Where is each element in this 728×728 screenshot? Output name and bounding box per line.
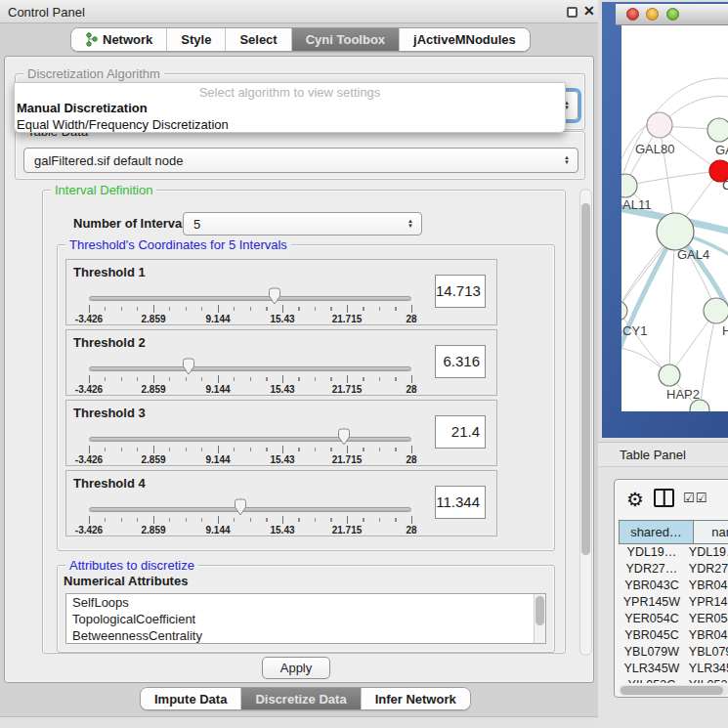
slider-track[interactable]: [89, 507, 411, 512]
slider-tick-label: 9.144: [205, 314, 230, 324]
cell-name[interactable]: YLR345W: [685, 661, 728, 677]
slider-knob[interactable]: [234, 498, 247, 516]
gear-icon[interactable]: ⚙: [626, 488, 644, 511]
dropdown-item[interactable]: Manual Discretization: [15, 100, 565, 116]
table-row[interactable]: YDR27…YDR27…: [619, 561, 728, 578]
slider-track[interactable]: [89, 437, 411, 442]
main-scrollbar[interactable]: [579, 189, 592, 656]
cell-name[interactable]: YBR045C: [685, 627, 728, 644]
minimize-light[interactable]: [646, 8, 659, 21]
threshold-value-field[interactable]: 14.713: [435, 275, 486, 308]
threshold-value-field[interactable]: 21.4: [435, 415, 486, 449]
node-hap2[interactable]: [659, 364, 680, 386]
threshold-panel: Threshold 4 -3.4262.8599.14415.4321.7152…: [65, 470, 497, 536]
interval-definition-group: Interval Definition Number of Intervals …: [42, 190, 566, 654]
algorithm-dropdown-popup: Select algorithm to view settings Manual…: [14, 82, 566, 133]
column-header-name[interactable]: name: [694, 520, 728, 544]
cell-name[interactable]: YDR27…: [685, 561, 728, 578]
cell-shared-name[interactable]: YLR345W: [619, 661, 685, 677]
column-header-shared-name[interactable]: shared…: [619, 520, 694, 544]
tab-style[interactable]: Style: [167, 28, 226, 51]
table-toolbar: ⚙ ☑☑: [615, 480, 728, 519]
threshold-value-field[interactable]: 6.316: [435, 345, 486, 378]
stepper-icon: ▲▼: [564, 155, 570, 165]
cell-shared-name[interactable]: YER054C: [619, 611, 685, 627]
node-top-right[interactable]: [707, 118, 728, 142]
slider-tick-label: -3.426: [75, 525, 103, 535]
slider-knob[interactable]: [337, 428, 351, 446]
table-row[interactable]: YPR145WYPR145W: [619, 594, 728, 611]
slider-tick-label: 2.859: [141, 384, 165, 395]
threshold-value-field[interactable]: 11.344: [435, 486, 486, 519]
node-his[interactable]: [704, 298, 728, 323]
table-horizontal-scrollbar[interactable]: [619, 685, 728, 696]
tab-network[interactable]: Network: [71, 28, 167, 51]
table-data-combobox[interactable]: galFiltered.sif default node ▲▼: [23, 148, 578, 173]
tab-discretize-data[interactable]: Discretize Data: [241, 688, 361, 709]
slider-knob[interactable]: [268, 287, 281, 305]
table-row[interactable]: YLR345WYLR345W: [619, 661, 728, 677]
node-gal11[interactable]: [621, 174, 637, 197]
threshold-label: Threshold 4: [73, 476, 146, 491]
tab-select[interactable]: Select: [226, 28, 291, 51]
network-canvas[interactable]: GAL80GACGAL11GAL4GCY1HHAP2: [621, 25, 728, 411]
table-row[interactable]: YDL19…YDL19…: [619, 544, 728, 561]
node-gal80[interactable]: [647, 112, 672, 138]
cell-name[interactable]: YER054C: [685, 611, 728, 627]
node-gcy1[interactable]: [621, 301, 627, 321]
num-intervals-combobox[interactable]: 5 ▲▼: [183, 212, 422, 236]
cell-name[interactable]: YBL079W: [685, 644, 728, 661]
tab-infer-network[interactable]: Infer Network: [362, 688, 470, 709]
cell-shared-name[interactable]: YPR145W: [619, 594, 685, 611]
float-window-icon[interactable]: [567, 7, 578, 18]
threshold-list: Threshold 1 -3.4262.8599.14415.4321.7152…: [58, 259, 554, 540]
slider-track[interactable]: [89, 296, 411, 301]
scrollbar-thumb[interactable]: [581, 203, 590, 555]
cell-name[interactable]: YBR043C: [685, 578, 728, 594]
threshold-panel: Threshold 2 -3.4262.8599.14415.4321.7152…: [65, 329, 497, 396]
attribute-list-item[interactable]: BetweennessCentrality: [66, 627, 545, 644]
table-row[interactable]: YER054CYER054C: [619, 611, 728, 627]
cell-shared-name[interactable]: YIL052C: [619, 677, 685, 683]
split-columns-icon[interactable]: [654, 489, 674, 507]
cell-shared-name[interactable]: YBR045C: [619, 627, 685, 644]
attribute-list-item[interactable]: TopologicalCoefficient: [66, 611, 545, 627]
node-label: GAL11: [621, 197, 652, 212]
slider-knob[interactable]: [182, 358, 195, 375]
table-row[interactable]: YBL079WYBL079W: [619, 644, 728, 661]
cell-name[interactable]: YIL052C: [685, 677, 728, 683]
dropdown-placeholder-item[interactable]: Select algorithm to view settings: [15, 83, 565, 100]
scrollbar-thumb[interactable]: [535, 596, 544, 625]
cell-name[interactable]: YPR145W: [685, 594, 728, 611]
close-light[interactable]: [626, 8, 639, 21]
slider-tick-label: 9.144: [205, 454, 230, 465]
scrollbar-thumb[interactable]: [621, 686, 723, 695]
tab-jactivemnodules[interactable]: jActiveMNodules: [400, 28, 530, 51]
attributes-listbox[interactable]: SelfLoopsTopologicalCoefficientBetweenne…: [65, 593, 546, 644]
cell-name[interactable]: YDL19…: [685, 544, 728, 561]
slider-major-tick: [153, 516, 154, 524]
table-row[interactable]: YBR045CYBR045C: [619, 627, 728, 644]
threshold-label: Threshold 2: [73, 335, 146, 350]
slider-major-tick: [218, 516, 219, 524]
tab-impute-data[interactable]: Impute Data: [141, 688, 241, 709]
network-window-titlebar[interactable]: [616, 4, 728, 25]
checkbox-icons[interactable]: ☑☑: [683, 491, 707, 505]
list-scrollbar[interactable]: [534, 594, 545, 643]
node-gal4[interactable]: [657, 213, 694, 250]
network-window-frame[interactable]: GAL80GACGAL11GAL4GCY1HHAP2: [602, 2, 728, 438]
slider-tick-label: -3.426: [75, 314, 103, 324]
cell-shared-name[interactable]: YBL079W: [619, 644, 685, 661]
zoom-light[interactable]: [666, 8, 679, 21]
table-row[interactable]: YIL052CYIL052C: [619, 677, 728, 683]
cell-shared-name[interactable]: YDR27…: [619, 561, 685, 578]
attribute-list-item[interactable]: SelfLoops: [66, 594, 545, 611]
cell-shared-name[interactable]: YDL19…: [619, 544, 685, 561]
table-row[interactable]: YBR043CYBR043C: [619, 578, 728, 594]
dropdown-item[interactable]: Equal Width/Frequency Discretization: [15, 116, 565, 133]
cell-shared-name[interactable]: YBR043C: [619, 578, 685, 594]
tab-cyni-toolbox[interactable]: Cyni Toolbox: [292, 28, 400, 51]
slider-track[interactable]: [89, 366, 411, 371]
close-icon[interactable]: ✕: [583, 3, 595, 19]
apply-button[interactable]: Apply: [262, 657, 330, 679]
